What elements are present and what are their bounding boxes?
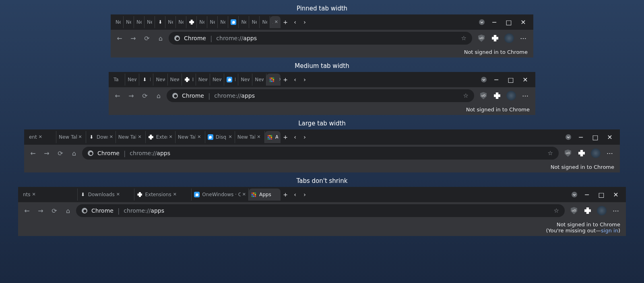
close-icon[interactable]: ✕: [138, 134, 142, 140]
home-button[interactable]: ⌂: [155, 33, 166, 44]
tab[interactable]: Extensions✕: [134, 189, 192, 201]
avatar[interactable]: [506, 91, 516, 100]
omnibox[interactable]: Chrome|chrome://apps☆: [167, 89, 474, 102]
back-button[interactable]: ←: [114, 33, 125, 44]
forward-button[interactable]: →: [128, 33, 139, 44]
new-tab-button[interactable]: +: [281, 132, 290, 142]
tab[interactable]: nts✕: [21, 189, 78, 201]
close-icon[interactable]: ✕: [275, 19, 278, 25]
tab[interactable]: New Ta: [125, 74, 139, 86]
chevron-left-icon[interactable]: ‹: [290, 17, 300, 27]
tab[interactable]: [186, 16, 197, 28]
maximize-button[interactable]: □: [592, 133, 599, 141]
tab[interactable]: New Tab✕: [175, 131, 205, 143]
close-icon[interactable]: ✕: [257, 134, 262, 140]
close-icon[interactable]: ✕: [228, 134, 232, 140]
tab[interactable]: New Ta: [168, 74, 182, 86]
tab[interactable]: New: [113, 16, 124, 28]
tab[interactable]: New Ta: [196, 74, 210, 86]
ublock-icon[interactable]: uO: [477, 34, 486, 43]
avatar[interactable]: [597, 206, 607, 215]
ublock-icon[interactable]: uO: [479, 91, 488, 100]
minimize-button[interactable]: ─: [577, 133, 584, 141]
tab[interactable]: New: [260, 16, 270, 28]
menu-button[interactable]: ⋮: [605, 149, 614, 158]
tab[interactable]: New: [249, 16, 260, 28]
back-button[interactable]: ←: [112, 90, 123, 101]
tab[interactable]: New: [197, 16, 207, 28]
close-icon[interactable]: ✕: [197, 134, 202, 140]
forward-button[interactable]: →: [126, 90, 137, 101]
forward-button[interactable]: →: [35, 205, 46, 216]
minimize-button[interactable]: ─: [493, 76, 500, 83]
tab[interactable]: New Ta: [210, 74, 224, 86]
chevron-left-icon[interactable]: ‹: [290, 132, 300, 142]
forward-button[interactable]: →: [41, 148, 52, 159]
tab[interactable]: Downloads✕: [86, 131, 116, 143]
back-button[interactable]: ←: [27, 148, 39, 159]
close-icon[interactable]: ✕: [279, 77, 281, 82]
reload-button[interactable]: ⟳: [141, 33, 153, 44]
close-icon[interactable]: ✕: [116, 192, 122, 197]
menu-button[interactable]: ⋮: [521, 91, 530, 100]
tab[interactable]: New: [124, 16, 134, 28]
home-button[interactable]: ⌂: [153, 90, 164, 101]
tab[interactable]: App: [265, 131, 281, 143]
tab[interactable]: New: [218, 16, 228, 28]
close-button[interactable]: ✕: [606, 133, 613, 141]
tab[interactable]: Disqus Cor✕: [205, 131, 235, 143]
minimize-button[interactable]: ─: [583, 191, 590, 198]
tab[interactable]: ent✕: [27, 131, 56, 143]
bookmark-star-icon[interactable]: ☆: [554, 207, 559, 214]
new-tab-button[interactable]: +: [281, 75, 290, 84]
reload-button[interactable]: ⟳: [49, 205, 60, 216]
omnibox[interactable]: Chrome|chrome://apps☆: [169, 32, 472, 45]
reload-button[interactable]: ⟳: [55, 148, 66, 159]
omnibox[interactable]: Chrome|chrome://apps☆: [82, 147, 559, 160]
maximize-button[interactable]: □: [507, 76, 514, 83]
chevron-left-icon[interactable]: ‹: [290, 190, 300, 199]
tab[interactable]: OneWindows · Conversations · D✕: [192, 189, 249, 201]
new-tab-button[interactable]: +: [281, 17, 290, 27]
minimize-button[interactable]: ─: [491, 18, 498, 26]
tab[interactable]: New Ta: [238, 74, 252, 86]
home-button[interactable]: ⌂: [62, 205, 74, 216]
menu-button[interactable]: ⋮: [519, 34, 528, 43]
tab-dropdown-button[interactable]: [479, 75, 489, 84]
tab[interactable]: Downloads✕: [78, 189, 135, 201]
close-icon[interactable]: ✕: [169, 134, 173, 140]
signin-link[interactable]: sign in: [601, 228, 618, 234]
tab[interactable]: Do: [139, 74, 153, 86]
bookmark-star-icon[interactable]: ☆: [548, 150, 553, 157]
tab[interactable]: Ext: [182, 74, 196, 86]
chevron-right-icon[interactable]: ›: [300, 17, 310, 27]
tab[interactable]: Extensions✕: [146, 131, 175, 143]
tab[interactable]: New: [176, 16, 186, 28]
maximize-button[interactable]: □: [505, 18, 512, 26]
close-icon[interactable]: ✕: [173, 192, 179, 197]
tab[interactable]: New Tab✕: [235, 131, 265, 143]
tab[interactable]: New Tab✕: [56, 131, 86, 143]
tab[interactable]: Apps: [249, 189, 281, 201]
tab[interactable]: Ta: [111, 74, 125, 86]
close-button[interactable]: ✕: [520, 18, 527, 26]
tab-dropdown-button[interactable]: [564, 132, 573, 142]
close-icon[interactable]: ✕: [39, 134, 44, 140]
extensions-icon[interactable]: [577, 149, 586, 158]
ublock-icon[interactable]: uO: [564, 149, 572, 158]
tab[interactable]: A✕: [270, 16, 280, 28]
new-tab-button[interactable]: +: [281, 190, 290, 199]
chevron-left-icon[interactable]: ‹: [290, 75, 300, 84]
tab[interactable]: [228, 16, 239, 28]
avatar[interactable]: [504, 33, 514, 43]
tab[interactable]: New: [165, 16, 176, 28]
close-button[interactable]: ✕: [522, 76, 529, 83]
maximize-button[interactable]: □: [598, 191, 605, 198]
tab[interactable]: Dis: [224, 74, 238, 86]
menu-button[interactable]: ⋮: [611, 206, 620, 215]
tab[interactable]: New: [207, 16, 218, 28]
omnibox[interactable]: Chrome|chrome://apps☆: [76, 204, 565, 217]
home-button[interactable]: ⌂: [68, 148, 80, 159]
chevron-right-icon[interactable]: ›: [300, 75, 310, 84]
chevron-right-icon[interactable]: ›: [300, 190, 310, 199]
